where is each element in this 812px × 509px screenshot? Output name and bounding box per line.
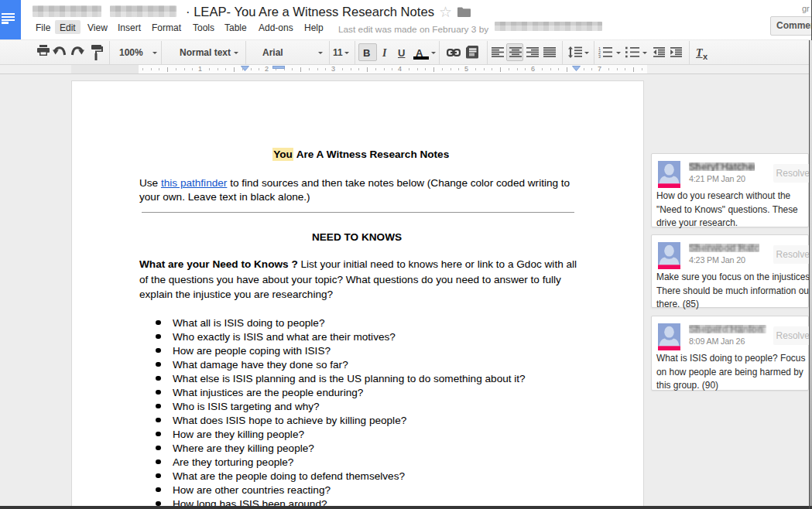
svg-text:3: 3 <box>598 54 601 58</box>
